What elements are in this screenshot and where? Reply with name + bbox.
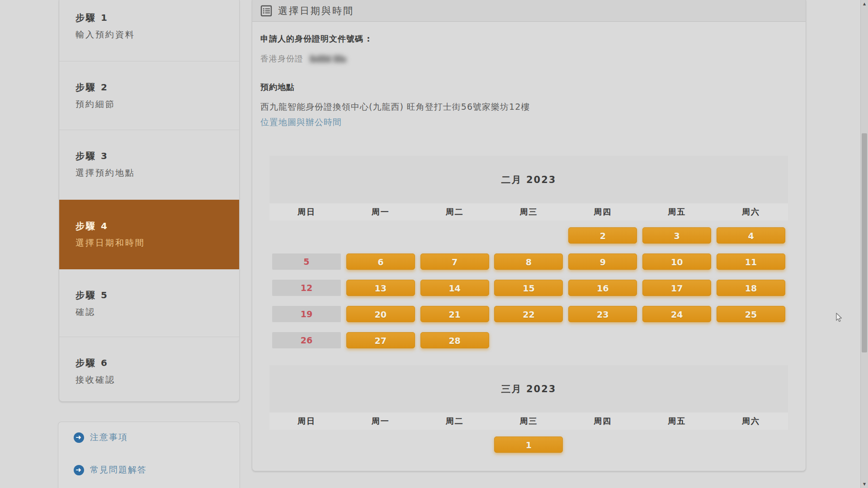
calendar-february: 二月 2023 周日周一周二周三周四周五周六 23456789101112131… <box>269 156 788 352</box>
vertical-scrollbar[interactable]: ▲ ▼ <box>860 0 868 488</box>
calendar-cell <box>418 221 492 247</box>
date-button-15[interactable]: 15 <box>494 280 563 296</box>
calendar-body: 2345678910111213141516171819202122232425… <box>269 221 788 352</box>
calendar-row: 262728 <box>269 325 788 352</box>
date-button-19: 19 <box>272 306 341 322</box>
calendar-cell: 16 <box>566 273 640 299</box>
date-button-11[interactable]: 11 <box>717 253 785 270</box>
calendar-cell: 2 <box>566 221 640 247</box>
steps-sidebar: 步驟 1輸入預約資料步驟 2預約細節步驟 3選擇預約地點步驟 4選擇日期和時間步… <box>59 0 240 402</box>
calendar-cell: 23 <box>566 299 640 325</box>
step-title: 步驟 6 <box>75 357 235 369</box>
weekday-label: 周日 <box>269 413 344 430</box>
date-button-2[interactable]: 2 <box>568 227 637 244</box>
step-subtitle: 接收確認 <box>75 374 235 386</box>
location-address: 西九龍智能身份證換領中心(九龍西) 旺角登打士街56號家樂坊12樓 <box>260 101 530 113</box>
weekday-header-row: 周日周一周二周三周四周五周六 <box>269 203 788 221</box>
calendar-cell <box>640 430 714 456</box>
date-button-12: 12 <box>272 280 341 296</box>
sidebar-step-2: 步驟 2預約細節 <box>59 61 239 130</box>
calendar-cell: 18 <box>714 273 788 299</box>
weekday-label: 周一 <box>344 203 418 221</box>
main-panel: 選擇日期與時間 申請人的身份證明文件號碼 : 香港身份證█▆██▇▍██▆ 預約… <box>252 0 806 471</box>
mouse-cursor-icon <box>834 313 843 323</box>
calendar-cell: 21 <box>418 299 492 325</box>
date-button-28[interactable]: 28 <box>420 332 489 348</box>
date-button-8[interactable]: 8 <box>494 253 563 270</box>
calendar-cell: 19 <box>269 299 344 325</box>
weekday-label: 周六 <box>714 203 788 221</box>
calendar-cell <box>344 221 418 247</box>
date-button-13[interactable]: 13 <box>346 280 415 296</box>
date-button-6[interactable]: 6 <box>346 253 415 270</box>
form-list-icon <box>260 5 272 17</box>
calendar-cell <box>566 325 640 352</box>
calendar-cell <box>566 430 640 456</box>
circle-arrow-right-icon: ➜ <box>74 465 84 475</box>
calendar-cell <box>418 430 492 456</box>
calendar-cell <box>344 430 418 456</box>
calendar-cell: 24 <box>640 299 714 325</box>
weekday-label: 周五 <box>640 413 714 430</box>
date-button-4[interactable]: 4 <box>717 227 785 244</box>
date-button-1[interactable]: 1 <box>494 436 563 453</box>
date-button-22[interactable]: 22 <box>494 306 563 322</box>
location-label: 預約地點 <box>260 82 295 93</box>
scrollbar-down-arrow-icon[interactable]: ▼ <box>861 480 868 488</box>
date-button-5: 5 <box>272 253 341 270</box>
calendar-title-bar: 三月 2023 <box>269 365 788 413</box>
weekday-label: 周四 <box>566 413 640 430</box>
date-button-17[interactable]: 17 <box>642 280 711 296</box>
date-button-16[interactable]: 16 <box>568 280 637 296</box>
date-button-24[interactable]: 24 <box>642 306 711 322</box>
map-and-hours-link[interactable]: 位置地圖與辦公時間 <box>260 117 342 128</box>
calendar-cell: 15 <box>492 273 566 299</box>
scrollbar-thumb[interactable] <box>862 133 867 352</box>
calendar-title-bar: 二月 2023 <box>269 156 788 203</box>
calendar-march: 三月 2023 周日周一周二周三周四周五周六 1 <box>269 365 788 456</box>
calendar-cell: 25 <box>714 299 788 325</box>
calendar-month-title: 二月 2023 <box>501 174 557 186</box>
calendar-row: 12131415161718 <box>269 273 788 299</box>
date-button-14[interactable]: 14 <box>420 280 489 296</box>
calendar-cell <box>640 325 714 352</box>
step-title: 步驟 3 <box>75 150 235 162</box>
calendar-cell <box>714 325 788 352</box>
calendar-cell: 12 <box>269 273 344 299</box>
date-button-18[interactable]: 18 <box>717 280 785 296</box>
step-subtitle: 輸入預約資料 <box>75 29 235 41</box>
date-button-20[interactable]: 20 <box>346 306 415 322</box>
calendar-cell: 4 <box>714 221 788 247</box>
calendar-row: 1 <box>269 430 788 456</box>
date-button-27[interactable]: 27 <box>346 332 415 348</box>
date-button-21[interactable]: 21 <box>420 306 489 322</box>
sidebar-step-6: 步驟 6接收確認 <box>59 337 239 401</box>
step-subtitle: 確認 <box>75 306 235 318</box>
sidebar-step-5: 步驟 5確認 <box>59 269 239 337</box>
calendar-cell: 1 <box>492 430 566 456</box>
date-button-25[interactable]: 25 <box>717 306 785 322</box>
date-button-23[interactable]: 23 <box>568 306 637 322</box>
calendar-cell: 17 <box>640 273 714 299</box>
calendar-cell <box>269 430 344 456</box>
date-button-10[interactable]: 10 <box>642 253 711 270</box>
date-button-3[interactable]: 3 <box>642 227 711 244</box>
step-subtitle: 選擇預約地點 <box>75 167 235 179</box>
calendar-cell <box>269 221 344 247</box>
weekday-label: 周日 <box>269 203 344 221</box>
calendar-cell: 6 <box>344 247 418 273</box>
date-button-7[interactable]: 7 <box>420 253 489 270</box>
sidebar-link[interactable]: ➜常見問題解答 <box>74 464 240 476</box>
calendar-cell: 14 <box>418 273 492 299</box>
sidebar-link[interactable]: ➜注意事項 <box>74 431 240 444</box>
calendar-cell: 13 <box>344 273 418 299</box>
calendar-cell: 22 <box>492 299 566 325</box>
step-title: 步驟 5 <box>75 289 235 301</box>
calendar-cell: 11 <box>714 247 788 273</box>
calendar-cell: 27 <box>344 325 418 352</box>
calendar-cell: 20 <box>344 299 418 325</box>
date-button-9[interactable]: 9 <box>568 253 637 270</box>
scrollbar-up-arrow-icon[interactable]: ▲ <box>861 0 868 8</box>
step-title: 步驟 1 <box>75 12 235 24</box>
sidebar-step-4: 步驟 4選擇日期和時間 <box>59 200 239 269</box>
